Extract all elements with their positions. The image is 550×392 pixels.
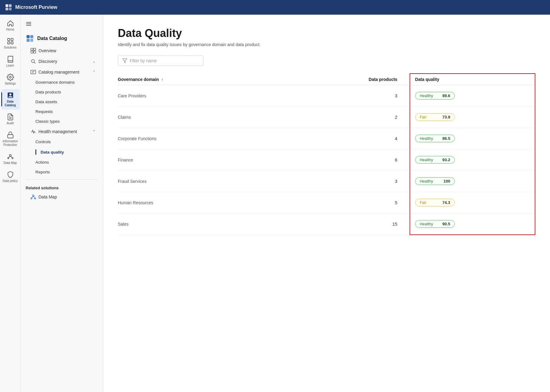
learn-label: Learn [6, 64, 14, 67]
actions-label: Actions [35, 160, 49, 165]
cell-domain: Human Resources [118, 192, 327, 213]
sidebar-nav-classic-types[interactable]: Classic types [23, 117, 100, 126]
cell-products: 2 [327, 107, 410, 128]
overview-icon [31, 48, 36, 53]
sidebar-item-settings[interactable]: Settings [1, 71, 20, 88]
badge-score: 93.2 [443, 158, 450, 162]
filter-icon [122, 58, 127, 63]
sidebar-nav-requests[interactable]: Requests [23, 107, 100, 116]
table-row[interactable]: Human Resources5Fair74.3 [118, 192, 535, 213]
cell-products: 4 [327, 128, 410, 149]
svg-rect-20 [27, 35, 30, 38]
table-header-row: Governance domain ↑ Data products Data q… [118, 74, 535, 85]
svg-rect-30 [31, 70, 36, 74]
svg-rect-4 [8, 38, 10, 41]
sidebar-item-solutions[interactable]: Solutions [1, 35, 20, 52]
sidebar-nav-governance-domains[interactable]: Governance domains [23, 78, 100, 87]
svg-rect-27 [34, 51, 36, 53]
sidebar-item-home[interactable]: Home [1, 17, 20, 34]
svg-point-8 [9, 76, 11, 78]
badge-label: Healthy [420, 136, 433, 141]
quality-badge: Healthy89.6 [415, 92, 455, 100]
cell-quality: Healthy89.6 [410, 85, 535, 107]
data-catalog-icon [7, 92, 14, 99]
filter-input[interactable]: Filter by name [118, 56, 203, 66]
svg-point-14 [12, 158, 13, 159]
sidebar-item-data-map[interactable]: Data Map [1, 151, 20, 167]
sidebar-nav-data-assets[interactable]: Data assets [23, 97, 100, 107]
table-row[interactable]: Sales15Healthy90.5 [118, 213, 535, 235]
table-row[interactable]: Care Providers3Healthy89.6 [118, 85, 535, 107]
sidebar-nav-data-products[interactable]: Data products [23, 87, 100, 97]
quality-badge: Healthy93.2 [415, 156, 455, 164]
badge-label: Healthy [420, 179, 433, 183]
data-catalog-section-icon [26, 34, 34, 43]
health-management-label: Health management [38, 129, 77, 134]
svg-rect-26 [31, 51, 33, 53]
cell-domain: Fraud Services [118, 171, 327, 192]
data-quality-table: Governance domain ↑ Data products Data q… [118, 73, 535, 235]
badge-score: 89.6 [443, 93, 450, 98]
cell-quality: Healthy100 [410, 171, 535, 192]
svg-rect-0 [5, 4, 8, 7]
sidebar-nav-controls[interactable]: Controls [23, 137, 100, 147]
sort-arrow-domain: ↑ [161, 78, 163, 82]
cell-domain: Finance [118, 149, 327, 171]
svg-rect-22 [27, 39, 30, 42]
svg-line-37 [33, 197, 35, 198]
svg-rect-6 [8, 42, 10, 44]
svg-rect-21 [30, 35, 33, 38]
cell-products: 6 [327, 149, 410, 171]
controls-label: Controls [35, 140, 51, 144]
svg-line-36 [31, 197, 33, 198]
svg-rect-5 [11, 38, 13, 41]
table-row[interactable]: Corporate Functions4Healthy86.5 [118, 128, 535, 149]
table-row[interactable]: Finance6Healthy93.2 [118, 149, 535, 171]
sidebar-item-audit[interactable]: Audit [1, 111, 20, 128]
sidebar-nav-data-map-related[interactable]: Data Map [23, 192, 100, 202]
table-row[interactable]: Claims2Fair73.9 [118, 107, 535, 128]
data-policy-icon [7, 171, 14, 178]
svg-rect-11 [8, 135, 13, 138]
sidebar-item-data-policy[interactable]: Data policy [1, 169, 20, 185]
discovery-icon [31, 59, 36, 64]
svg-line-16 [10, 156, 13, 158]
data-map-related-icon [31, 194, 36, 200]
solutions-icon [7, 38, 14, 45]
badge-label: Healthy [420, 158, 433, 162]
cell-quality: Healthy93.2 [410, 149, 535, 171]
table-row[interactable]: Fraud Services3Healthy100 [118, 171, 535, 192]
cell-quality: Fair73.9 [410, 107, 535, 128]
data-catalog-label: Data Catalog [2, 100, 18, 107]
sidebar-item-learn[interactable]: Learn [1, 53, 20, 70]
badge-score: 74.3 [443, 200, 450, 205]
col-header-domain[interactable]: Governance domain ↑ [118, 74, 327, 85]
sidebar-item-data-catalog[interactable]: Data Catalog [1, 89, 20, 110]
svg-rect-25 [34, 48, 36, 50]
sidebar-nav-catalog-management[interactable]: Catalog management ⌃ [23, 67, 100, 77]
sidebar-nav-discovery[interactable]: Discovery ⌄ [23, 56, 100, 67]
health-management-chevron: ⌃ [92, 129, 96, 134]
sidebar-nav-actions[interactable]: Actions [23, 158, 100, 167]
catalog-management-label: Catalog management [38, 70, 79, 74]
sidebar-nav-health-management[interactable]: Health management ⌃ [23, 126, 100, 137]
data-map-icon [7, 153, 14, 160]
filter-bar: Filter by name [118, 56, 535, 66]
information-protection-label: Information Protection [2, 140, 18, 147]
svg-line-15 [8, 156, 10, 158]
catalog-management-chevron: ⌃ [92, 70, 96, 74]
sidebar-nav-reports[interactable]: Reports [23, 167, 100, 177]
classic-types-label: Classic types [35, 119, 60, 124]
col-header-quality: Data quality [410, 74, 535, 85]
reports-label: Reports [35, 170, 50, 174]
cell-domain: Sales [118, 213, 327, 235]
sidebar-nav-overview[interactable]: Overview [23, 45, 100, 56]
active-bar [35, 149, 36, 155]
hamburger-button[interactable] [21, 18, 103, 32]
sidebar-nav-data-quality[interactable]: Data quality [23, 147, 100, 157]
cell-quality: Healthy90.5 [410, 213, 535, 235]
badge-score: 100 [443, 179, 450, 183]
quality-badge: Healthy90.5 [415, 220, 455, 228]
sidebar-item-information-protection[interactable]: Information Protection [1, 129, 20, 149]
data-map-label: Data Map [4, 161, 17, 165]
